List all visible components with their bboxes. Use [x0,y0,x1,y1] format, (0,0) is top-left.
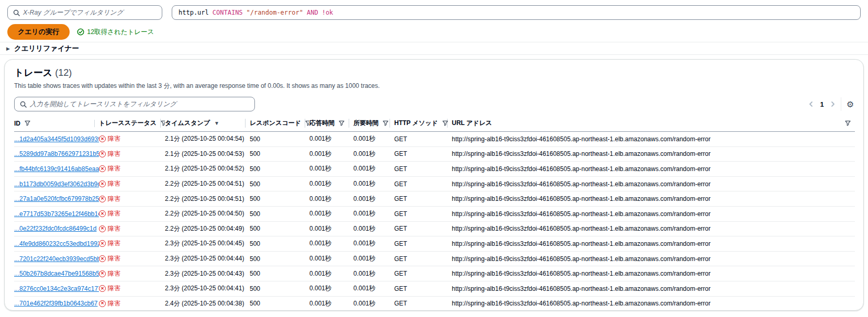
table-row[interactable]: ...e7717d53b73265e12f46bb1c ✕ 障害 2.2分 (2… [14,206,855,221]
filter-funnel-icon[interactable] [25,120,30,126]
trace-url: http://spring-alb16-t9ciss3zfdoi-4616085… [452,162,855,177]
sort-descending-icon[interactable]: ▼ [214,120,219,126]
filter-funnel-icon[interactable] [845,120,851,126]
trace-response-time: 0.001秒 [309,132,353,147]
trace-response-code: 500 [250,281,309,296]
table-row[interactable]: ...4fe9dd860232cc53edbd1992 ✕ 障害 2.3分 (2… [14,236,855,252]
trace-status: ✕ 障害 [99,269,161,278]
trace-status-label: 障害 [108,179,120,188]
filter-funnel-icon[interactable] [442,120,448,126]
table-row[interactable]: ...8276cc0e134c2e3ca974c177 ✕ 障害 2.3分 (2… [14,281,855,296]
trace-timestamp: 2.2分 (2025-10-25 00:04:49) [165,221,250,236]
table-row[interactable]: ...701e462f2f39fb1b0643cb67 ✕ 障害 2.4分 (2… [14,296,855,311]
column-header-URL アドレス[interactable]: URL アドレス [452,116,855,132]
trace-duration: 0.001秒 [353,266,394,281]
trace-id-link[interactable]: ...0e22f232fdc0fcdc86499c1d [14,225,96,232]
table-row[interactable]: ...50b267b8dcae47be91568b5c ✕ 障害 2.3分 (2… [14,266,855,281]
trace-id-link[interactable]: ...e7717d53b73265e12f46bb1c [14,210,99,218]
trace-id-link[interactable]: ...5289dd97a8b7662971231b5f [14,150,99,157]
trace-id-link[interactable]: ...7201c22f240ecb3939ecd5bb [14,255,99,263]
trace-response-time: 0.001秒 [309,251,353,266]
column-header-HTTP メソッド[interactable]: HTTP メソッド [394,116,452,132]
xray-group-filter-input[interactable]: X-Ray グループでフィルタリング [7,5,162,20]
trace-id-link[interactable]: ...50b267b8dcae47be91568b5c [14,270,99,277]
trace-response-code: 500 [250,221,309,236]
column-header-ID[interactable]: ID [14,116,99,132]
divider-refiner [0,54,868,55]
filter-funnel-icon[interactable] [339,120,344,126]
trace-http-method: GET [394,251,452,266]
filter-funnel-icon[interactable] [161,120,165,126]
trace-status: ✕ 障害 [99,254,161,263]
trace-response-code: 500 [250,296,309,311]
column-header-トレースステータス[interactable]: トレースステータス [99,116,165,132]
filter-funnel-icon[interactable] [305,120,309,126]
table-row[interactable]: ...fb44bfc6139c91416ab85eaa ✕ 障害 2.1分 (2… [14,162,855,177]
expander-arrow-icon: ▶ [6,46,10,51]
trace-id-link[interactable]: ...8276cc0e134c2e3ca974c177 [14,285,99,292]
column-header-label: ID [14,120,20,127]
column-header-タイムスタンプ[interactable]: タイムスタンプ▼ [165,116,250,132]
trace-id-link[interactable]: ...27a1a0e520fcfbc679978b25 [14,195,99,202]
trace-duration: 0.001秒 [353,146,394,162]
trace-duration: 0.001秒 [353,162,394,177]
table-row[interactable]: ...1d2a405a3445f5d1093d6939 ✕ 障害 2.1分 (2… [14,132,855,147]
success-check-icon [77,28,84,36]
trace-response-code: 500 [250,162,309,177]
error-circle-x-icon: ✕ [99,255,106,262]
error-circle-x-icon: ✕ [99,210,106,217]
trace-status-label: 障害 [108,299,120,308]
trace-status: ✕ 障害 [99,164,161,173]
trace-status-label: 障害 [108,164,120,173]
trace-timestamp: 2.1分 (2025-10-25 00:04:52) [165,162,250,177]
table-row[interactable]: ...0e22f232fdc0fcdc86499c1d ✕ 障害 2.2分 (2… [14,221,855,236]
previous-page-button[interactable] [808,101,814,107]
table-row[interactable]: ...5289dd97a8b7662971231b5f ✕ 障害 2.1分 (2… [14,146,855,162]
error-circle-x-icon: ✕ [99,270,106,277]
trace-http-method: GET [394,296,452,311]
table-row[interactable]: ...7201c22f240ecb3939ecd5bb ✕ 障害 2.3分 (2… [14,251,855,266]
trace-id-link[interactable]: ...fb44bfc6139c91416ab85eaa [14,165,99,173]
column-header-所要時間[interactable]: 所要時間 [353,116,394,132]
run-query-button[interactable]: クエリの実行 [7,24,70,40]
next-page-button[interactable] [830,101,836,107]
trace-timestamp: 2.1分 (2025-10-25 00:04:54) [165,132,250,147]
query-token: !ok [322,9,333,16]
table-row[interactable]: ...27a1a0e520fcfbc679978b25 ✕ 障害 2.2分 (2… [14,191,855,207]
trace-http-method: GET [394,206,452,221]
trace-response-code: 500 [250,176,309,191]
error-circle-x-icon: ✕ [99,135,106,142]
trace-status-label: 障害 [108,284,120,293]
traces-title-text: トレース [14,67,52,78]
trace-id-link[interactable]: ...701e462f2f39fb1b0643cb67 [14,300,97,307]
current-page-number[interactable]: 1 [820,100,824,108]
error-circle-x-icon: ✕ [99,300,106,307]
trace-duration: 0.001秒 [353,236,394,252]
tools-divider [841,97,841,111]
query-refiner-expander[interactable]: ▶ クエリリファイナー [6,44,79,53]
trace-status-label: 障害 [108,134,120,143]
error-circle-x-icon: ✕ [99,180,106,187]
trace-url: http://spring-alb16-t9ciss3zfdoi-4616085… [452,281,855,296]
table-settings-gear-icon[interactable]: ⚙ [847,99,854,109]
trace-status: ✕ 障害 [99,134,161,143]
trace-id-link[interactable]: ...1d2a405a3445f5d1093d6939 [14,135,99,143]
query-input[interactable]: http.urlCONTAINS"/random-error"AND!ok [172,5,861,20]
search-icon [13,9,20,16]
trace-url: http://spring-alb16-t9ciss3zfdoi-4616085… [452,146,855,162]
column-header-label: 所要時間 [353,119,379,128]
column-header-応答時間[interactable]: 応答時間 [309,116,353,132]
trace-response-time: 0.001秒 [309,266,353,281]
query-token: http.url [179,9,209,16]
traces-panel: トレース (12) This table shows traces with u… [4,59,864,311]
trace-id-link[interactable]: ...4fe9dd860232cc53edbd1992 [14,240,99,247]
error-circle-x-icon: ✕ [99,240,106,247]
trace-status: ✕ 障害 [99,284,161,293]
trace-id-link[interactable]: ...b1173db0059d3ef3062d3b9d [14,180,99,188]
column-header-レスポンスコード[interactable]: レスポンスコード [250,116,309,132]
trace-duration: 0.001秒 [353,296,394,311]
trace-http-method: GET [394,281,452,296]
filter-funnel-icon[interactable] [383,120,388,126]
table-row[interactable]: ...b1173db0059d3ef3062d3b9d ✕ 障害 2.2分 (2… [14,176,855,191]
trace-list-filter-input[interactable]: 入力を開始してトレースリストをフィルタリング [14,97,255,111]
